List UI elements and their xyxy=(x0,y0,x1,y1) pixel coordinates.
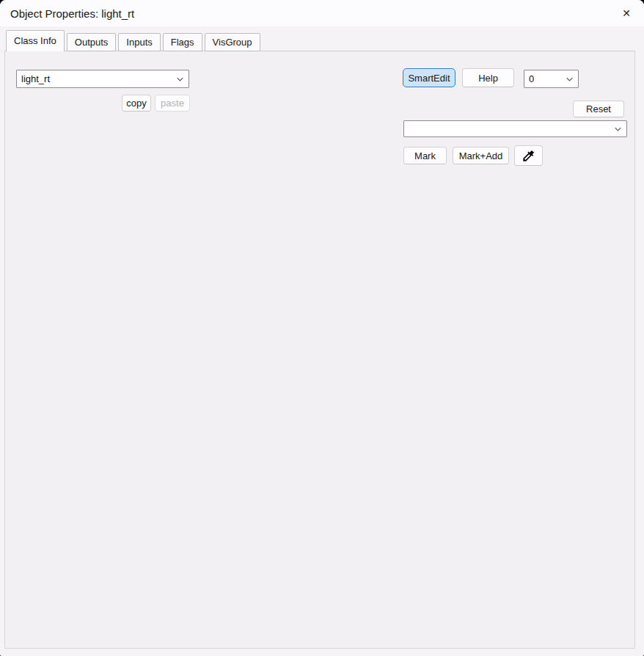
tab-page xyxy=(4,51,635,649)
chevron-down-icon xyxy=(613,124,623,134)
titlebar: Object Properties: light_rt ✕ xyxy=(0,0,644,26)
tab-visgroup[interactable]: VisGroup xyxy=(205,33,260,51)
reset-button[interactable]: Reset xyxy=(573,101,624,117)
copy-button[interactable]: copy xyxy=(122,95,151,112)
help-button[interactable]: Help xyxy=(462,68,514,87)
tab-outputs[interactable]: Outputs xyxy=(67,33,117,51)
smartedit-button[interactable]: SmartEdit xyxy=(403,68,455,87)
object-properties-dialog: Object Properties: light_rt ✕ Class Info… xyxy=(0,0,644,656)
tab-class-info[interactable]: Class Info xyxy=(6,30,65,51)
eyedropper-button[interactable] xyxy=(514,145,543,166)
dialog-title: Object Properties: light_rt xyxy=(10,0,134,26)
chevron-down-icon xyxy=(175,74,185,84)
class-combo-value: light_rt xyxy=(21,73,50,84)
mark-add-button[interactable]: Mark+Add xyxy=(453,147,509,164)
close-icon[interactable]: ✕ xyxy=(612,1,641,25)
angles-combo[interactable]: 0 xyxy=(524,70,579,88)
mark-button[interactable]: Mark xyxy=(403,147,447,164)
paste-button[interactable]: paste xyxy=(155,95,190,112)
chevron-down-icon xyxy=(565,74,574,84)
tab-flags[interactable]: Flags xyxy=(163,33,202,51)
eyedropper-icon xyxy=(522,149,535,163)
angles-combo-value: 0 xyxy=(529,73,534,84)
tab-strip: Class InfoOutputsInputsFlagsVisGroup xyxy=(6,30,263,51)
tab-inputs[interactable]: Inputs xyxy=(118,33,160,51)
keyvalue-filter-combo[interactable] xyxy=(403,120,627,137)
class-combo[interactable]: light_rt xyxy=(16,70,189,88)
